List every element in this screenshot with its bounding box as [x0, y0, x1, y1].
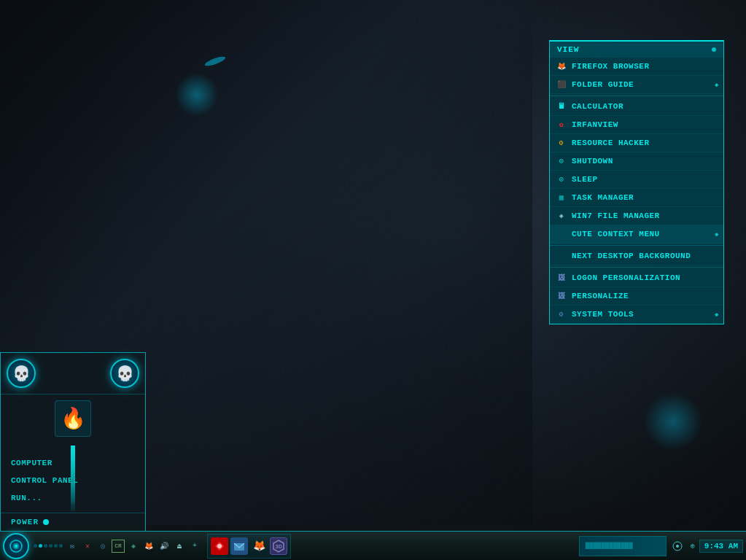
- menu-item-label: LOGON PERSONALIZATION: [572, 273, 680, 282]
- menu-item-task-manager[interactable]: ▦ TASK MANAGER: [550, 189, 723, 207]
- menu-item-label: WIN7 FILE MANAGER: [572, 211, 660, 220]
- fileman-icon: ◈: [556, 210, 567, 222]
- calc-icon: 🖩: [556, 101, 567, 112]
- menu-item-system-tools[interactable]: ⚙ SYSTEM TOOLS ◆: [550, 306, 723, 324]
- tray-icon-firefox[interactable]: 🦊: [142, 540, 155, 553]
- start-header: 💀 💀: [1, 353, 145, 394]
- hex-app-icon: 3D: [272, 540, 285, 553]
- tray-icon-x[interactable]: ✕: [81, 540, 94, 553]
- svg-point-4: [217, 544, 222, 548]
- menu-item-shutdown[interactable]: ⊙ SHUTDOWN: [550, 152, 723, 171]
- dot-5: [54, 544, 58, 548]
- skull-icon-2: 💀: [116, 365, 134, 383]
- menu-item-label: TASK MANAGER: [572, 193, 634, 202]
- avatar-1[interactable]: 💀: [7, 359, 36, 388]
- menu-item-label: CUTE CONTEXT MENU: [572, 230, 660, 238]
- submenu-arrow: ◆: [715, 230, 719, 238]
- irfan-icon: ✿: [556, 119, 567, 131]
- helmet-glow: [175, 73, 219, 117]
- tray-icon-cr[interactable]: CR: [112, 540, 125, 553]
- menu-item-sleep[interactable]: ⊙ SLEEP: [550, 171, 723, 189]
- taskbar-dots: [34, 544, 63, 548]
- menu-item-resource-hacker[interactable]: ⚙ RESOURCE HACKER: [550, 134, 723, 152]
- svg-text:3D: 3D: [275, 543, 282, 550]
- menu-item-irfanview[interactable]: ✿ IRFANVIEW: [550, 116, 723, 134]
- menu-item-cute-context[interactable]: CUTE CONTEXT MENU ◆: [550, 225, 723, 244]
- soldier2-glow: [644, 392, 702, 451]
- taskbar-tray-left: ✉ ✕ ◎ CR ◈ 🦊 🔊 ⏏ +: [66, 540, 201, 553]
- menu-item-firefox[interactable]: 🦊 FIREFOX BROWSER: [550, 58, 723, 76]
- menu-item-personalize[interactable]: 🖼 PERSONALIZE: [550, 287, 723, 306]
- menu-item-label: CALCULATOR: [572, 102, 623, 111]
- pinned-irfan[interactable]: [211, 537, 228, 555]
- pinned-firefox[interactable]: 🦊: [250, 537, 268, 555]
- bar-4: [71, 446, 75, 482]
- taskbar-pinned-apps: 🦊 3D: [207, 534, 291, 559]
- taskbar: ✉ ✕ ◎ CR ◈ 🦊 🔊 ⏏ + 🦊: [0, 531, 746, 560]
- menu-item-folder-guide[interactable]: ⬛ FOLDER GUIDE ◆: [550, 76, 723, 94]
- personalize-icon: 🖼: [556, 290, 567, 302]
- skull-icon-1: 💀: [12, 365, 31, 383]
- menu-item-file-manager[interactable]: ◈ WIN7 FILE MANAGER: [550, 207, 723, 225]
- menu-item-next-bg[interactable]: NEXT DESKTOP BACKGROUND: [550, 247, 723, 265]
- pinned-mail[interactable]: [230, 537, 248, 555]
- menu-item-label: NEXT DESKTOP BACKGROUND: [572, 252, 691, 260]
- tray-icon-volume[interactable]: 🔊: [158, 540, 171, 553]
- dot-6: [59, 544, 63, 548]
- active-window-button[interactable]: ████████████: [579, 536, 667, 556]
- folder-icon: ⬛: [556, 79, 567, 90]
- menu-title: VIEW: [557, 45, 579, 54]
- tray-icon-mail[interactable]: ✉: [66, 540, 79, 553]
- mail-app-icon: [232, 539, 246, 553]
- system-clock[interactable]: 9:43 AM: [699, 540, 743, 553]
- dot-3: [44, 544, 47, 548]
- menu-item-label: SYSTEM TOOLS: [572, 310, 634, 319]
- active-window-label: ████████████: [586, 542, 633, 550]
- svg-point-10: [676, 545, 679, 548]
- menu-item-label: SHUTDOWN: [572, 157, 613, 166]
- taskbar-tray-right: ⊕: [671, 540, 699, 553]
- menu-item-label: PERSONALIZE: [572, 292, 629, 300]
- tray-right-network[interactable]: [671, 540, 684, 553]
- context-menu: VIEW 🦊 FIREFOX BROWSER ⬛ FOLDER GUIDE ◆ …: [549, 40, 724, 324]
- menu-item-logon[interactable]: 🖼 LOGON PERSONALIZATION: [550, 269, 723, 287]
- dot-1: [34, 544, 37, 548]
- resource-icon: ⚙: [556, 137, 567, 149]
- menu-item-label: RESOURCE HACKER: [572, 139, 650, 147]
- start-icon-row: 🔥: [1, 394, 145, 443]
- cute-icon: [556, 228, 567, 240]
- start-button[interactable]: [3, 533, 29, 559]
- menu-item-label: IRFANVIEW: [572, 120, 618, 129]
- fire-icon-btn[interactable]: 🔥: [55, 400, 91, 437]
- menu-item-calculator[interactable]: 🖩 CALCULATOR: [550, 98, 723, 116]
- power-button[interactable]: POWER: [1, 513, 145, 531]
- menu-item-label: FOLDER GUIDE: [572, 80, 634, 89]
- systools-icon: ⚙: [556, 308, 567, 320]
- menu-header: VIEW: [550, 42, 723, 58]
- power-label: POWER: [11, 518, 39, 526]
- avatar-2[interactable]: 💀: [110, 359, 139, 388]
- network-icon: [672, 541, 683, 551]
- tray-icon-plus[interactable]: +: [188, 540, 201, 553]
- svg-point-2: [15, 545, 18, 548]
- start-panel: 💀 💀 🔥 COMPUTER CONTROL PANEL RUN... POWE…: [0, 352, 146, 531]
- pinned-hex[interactable]: 3D: [270, 537, 287, 555]
- separator-1: [550, 96, 723, 96]
- nextbg-icon: [556, 250, 567, 262]
- tray-right-plus[interactable]: ⊕: [686, 540, 699, 553]
- dot-4: [49, 544, 53, 548]
- fire-icon: 🔥: [61, 406, 86, 431]
- tray-icon-diamond[interactable]: ◈: [127, 540, 140, 553]
- menu-dot: [712, 47, 716, 52]
- tray-icon-eject[interactable]: ⏏: [173, 540, 186, 553]
- logon-icon: 🖼: [556, 272, 567, 284]
- dot-2: [39, 544, 42, 548]
- taskman-icon: ▦: [556, 192, 567, 203]
- start-orb-icon: [9, 539, 23, 553]
- tray-icon-circle[interactable]: ◎: [96, 540, 109, 553]
- power-dot: [43, 519, 49, 525]
- separator-3: [550, 267, 723, 268]
- menu-item-label: SLEEP: [572, 175, 598, 184]
- submenu-arrow: ◆: [715, 311, 719, 319]
- start-bars: [1, 443, 145, 448]
